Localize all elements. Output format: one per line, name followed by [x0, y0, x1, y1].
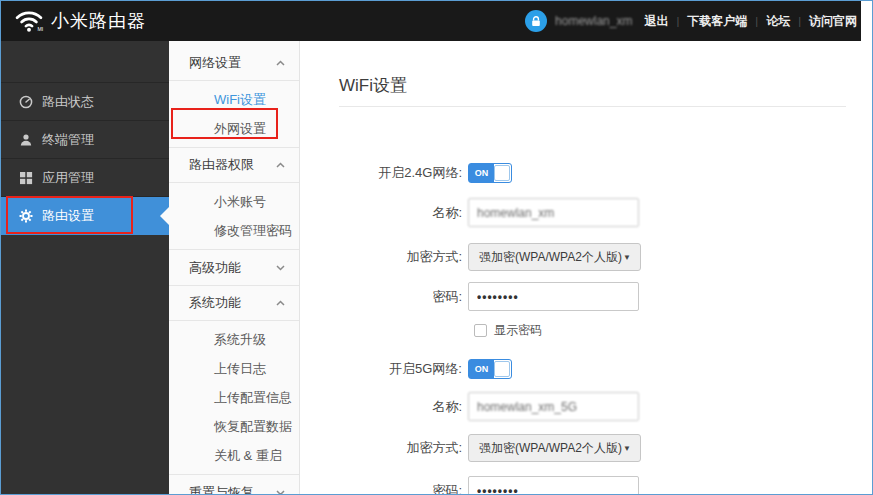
subnav-section-header-reset[interactable]: 重置与恢复 — [169, 474, 299, 495]
password-24g-input[interactable] — [468, 282, 639, 311]
download-client-link[interactable]: 下载客户端 — [687, 13, 747, 30]
chevron-down-icon — [276, 265, 285, 271]
subnav-item-shutdown-reboot[interactable]: 关机 & 重启 — [169, 441, 299, 470]
active-item-notch — [160, 207, 169, 225]
sidebar-item-label: 应用管理 — [42, 169, 94, 187]
separator: | — [755, 15, 758, 27]
svg-text:MI: MI — [38, 26, 44, 32]
subnav-item-upload-config-info[interactable]: 上传配置信息 — [169, 383, 299, 412]
encryption-24g-select[interactable]: 强加密(WPA/WPA2个人版) ▼ — [468, 243, 641, 271]
subnav-item-system-upgrade[interactable]: 系统升级 — [169, 325, 299, 354]
password-5g-input[interactable] — [468, 476, 639, 494]
sidebar-item-router-status[interactable]: 路由状态 — [1, 83, 169, 121]
password-5g-label: 密码: — [339, 482, 468, 495]
sidebar-item-label: 路由设置 — [42, 207, 94, 225]
forum-link[interactable]: 论坛 — [766, 13, 790, 30]
subnav-section-header-advanced[interactable]: 高级功能 — [169, 249, 299, 285]
gauge-icon — [19, 95, 33, 109]
gear-icon — [19, 209, 33, 223]
enable-5g-label: 开启5G网络: — [339, 360, 468, 378]
toggle-on-label: ON — [469, 360, 494, 378]
top-header: MI 小米路由器 homewlan_xm 退出 | 下载客户端 | 论坛 | 访… — [1, 1, 861, 41]
section-label: 高级功能 — [189, 259, 241, 277]
subnav-section-header-system[interactable]: 系统功能 — [169, 285, 299, 321]
enable-24g-toggle[interactable]: ON — [468, 163, 512, 183]
main-sidebar: 路由状态 终端管理 应用管理 — [1, 41, 169, 494]
app-logo: MI 小米路由器 — [1, 7, 146, 36]
main-content: WiFi设置 开启2.4G网络: ON 名称: 加密方式: 强加密(WPA/WP… — [300, 41, 861, 494]
toggle-on-label: ON — [469, 164, 494, 182]
title-divider — [339, 106, 846, 107]
section-label: 网络设置 — [189, 54, 241, 72]
router-admin-page: MI 小米路由器 homewlan_xm 退出 | 下载客户端 | 论坛 | 访… — [0, 0, 873, 495]
toggle-knob — [494, 361, 510, 377]
official-site-link[interactable]: 访问官网 — [809, 13, 857, 30]
avatar — [525, 10, 547, 32]
logo-text: 小米路由器 — [51, 9, 146, 33]
wifi-logo-icon: MI — [14, 7, 44, 36]
dropdown-arrow-icon: ▼ — [623, 253, 631, 262]
encryption-24g-label: 加密方式: — [339, 248, 468, 266]
subnav-item-upload-log[interactable]: 上传日志 — [169, 354, 299, 383]
subnav-section-advanced: 高级功能 — [169, 249, 299, 285]
selected-option: 强加密(WPA/WPA2个人版) — [479, 249, 622, 266]
section-label: 重置与恢复 — [189, 484, 254, 495]
subnav-section-reset-restore: 重置与恢复 — [169, 474, 299, 495]
wifi-settings-form: 开启2.4G网络: ON 名称: 加密方式: 强加密(WPA/WPA2个人版) … — [339, 163, 861, 494]
subnav-item-change-admin-password[interactable]: 修改管理密码 — [169, 216, 299, 245]
selected-option: 强加密(WPA/WPA2个人版) — [479, 440, 622, 457]
separator: | — [676, 15, 679, 27]
dropdown-arrow-icon: ▼ — [623, 444, 631, 453]
subnav-section-system: 系统功能 系统升级 上传日志 上传配置信息 恢复配置数据 关机 & 重启 — [169, 285, 299, 474]
sidebar-item-app-management[interactable]: 应用管理 — [1, 159, 169, 197]
settings-subnav: 网络设置 WiFi设置 外网设置 路由器权限 小米账号 修改管理密码 — [169, 41, 300, 494]
separator: | — [798, 15, 801, 27]
name-24g-label: 名称: — [339, 204, 468, 222]
sidebar-item-label: 终端管理 — [42, 131, 94, 149]
ssid-5g-input[interactable] — [468, 392, 639, 421]
sidebar-item-device-management[interactable]: 终端管理 — [1, 121, 169, 159]
encryption-5g-label: 加密方式: — [339, 439, 468, 457]
sidebar-item-label: 路由状态 — [42, 93, 94, 111]
sidebar-spacer — [1, 41, 169, 83]
enable-5g-toggle[interactable]: ON — [468, 359, 512, 379]
chevron-down-icon — [276, 490, 285, 495]
toggle-knob — [494, 165, 510, 181]
ssid-24g-input[interactable] — [468, 198, 639, 227]
chevron-up-icon — [276, 300, 285, 306]
subnav-section-network: 网络设置 WiFi设置 外网设置 — [169, 45, 299, 147]
page-title: WiFi设置 — [339, 74, 861, 97]
logout-link[interactable]: 退出 — [644, 13, 668, 30]
chevron-up-icon — [276, 162, 285, 168]
chevron-up-icon — [276, 60, 285, 66]
show-password-label: 显示密码 — [494, 322, 542, 339]
subnav-section-header-permissions[interactable]: 路由器权限 — [169, 147, 299, 183]
encryption-5g-select[interactable]: 强加密(WPA/WPA2个人版) ▼ — [468, 434, 641, 462]
section-label: 路由器权限 — [189, 156, 254, 174]
lock-icon — [531, 16, 541, 27]
password-24g-label: 密码: — [339, 288, 468, 306]
grid-icon — [19, 171, 33, 185]
subnav-item-restore-config-data[interactable]: 恢复配置数据 — [169, 412, 299, 441]
subnav-item-wifi-settings[interactable]: WiFi设置 — [169, 85, 299, 114]
name-5g-label: 名称: — [339, 398, 468, 416]
section-label: 系统功能 — [189, 294, 241, 312]
enable-24g-label: 开启2.4G网络: — [339, 164, 468, 182]
username: homewlan_xm — [555, 14, 632, 28]
header-account-area: homewlan_xm 退出 | 下载客户端 | 论坛 | 访问官网 — [525, 10, 861, 32]
subnav-section-header-network[interactable]: 网络设置 — [169, 45, 299, 81]
show-password-checkbox[interactable] — [474, 324, 487, 337]
subnav-item-mi-account[interactable]: 小米账号 — [169, 187, 299, 216]
person-icon — [19, 133, 33, 147]
subnav-item-wan-settings[interactable]: 外网设置 — [169, 114, 299, 143]
sidebar-item-router-settings[interactable]: 路由设置 — [1, 197, 169, 235]
subnav-section-router-permissions: 路由器权限 小米账号 修改管理密码 — [169, 147, 299, 249]
